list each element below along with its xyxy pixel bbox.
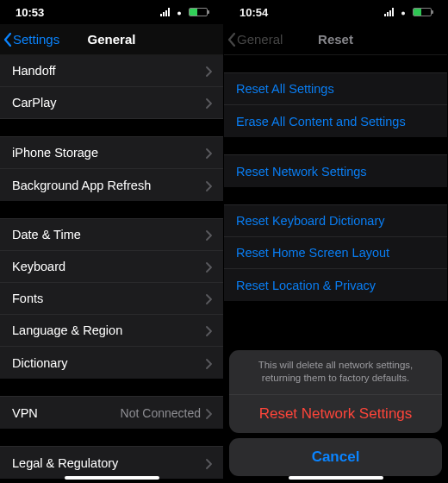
row-language-region[interactable]: Language & Region bbox=[0, 315, 223, 347]
row-label: VPN bbox=[12, 406, 121, 420]
chevron-right-icon bbox=[206, 408, 213, 418]
home-indicator[interactable] bbox=[289, 476, 383, 480]
settings-list: Handoff CarPlay iPhone Storage Backgroun… bbox=[0, 55, 223, 483]
row-carplay[interactable]: CarPlay bbox=[0, 87, 223, 119]
chevron-right-icon bbox=[206, 358, 213, 368]
battery-icon bbox=[189, 8, 208, 16]
row-fonts[interactable]: Fonts bbox=[0, 283, 223, 315]
row-label: Date & Time bbox=[12, 228, 206, 242]
nav-back-button[interactable]: Settings bbox=[0, 32, 59, 47]
cancel-button[interactable]: Cancel bbox=[229, 438, 442, 476]
action-sheet: This will delete all network settings, r… bbox=[229, 350, 442, 476]
home-indicator[interactable] bbox=[65, 476, 159, 480]
row-handoff[interactable]: Handoff bbox=[0, 55, 223, 87]
row-iphone-storage[interactable]: iPhone Storage bbox=[0, 137, 223, 169]
row-label: iPhone Storage bbox=[12, 146, 206, 160]
row-label: Keyboard bbox=[12, 260, 206, 273]
row-keyboard[interactable]: Keyboard bbox=[0, 251, 223, 283]
chevron-left-icon bbox=[3, 33, 11, 47]
chevron-right-icon bbox=[206, 147, 213, 158]
chevron-right-icon bbox=[206, 180, 213, 191]
row-label: CarPlay bbox=[12, 96, 206, 110]
row-label: Background App Refresh bbox=[12, 179, 206, 192]
row-value: Not Connected bbox=[121, 406, 201, 420]
status-time: 10:53 bbox=[16, 6, 44, 19]
row-label: Language & Region bbox=[12, 323, 206, 337]
chevron-right-icon bbox=[206, 325, 213, 336]
row-label: Dictionary bbox=[12, 356, 206, 370]
wifi-icon bbox=[173, 8, 185, 16]
row-label: Fonts bbox=[12, 292, 206, 305]
row-bg-refresh[interactable]: Background App Refresh bbox=[0, 169, 223, 201]
screen-reset: 10:54 General Reset Reset All Settings E… bbox=[224, 0, 448, 483]
screen-general: 10:53 Settings General Handoff CarPlay i… bbox=[0, 0, 224, 483]
chevron-right-icon bbox=[206, 293, 213, 304]
action-sheet-group: This will delete all network settings, r… bbox=[229, 350, 442, 433]
nav-bar: Settings General bbox=[0, 24, 223, 55]
signal-icon bbox=[160, 8, 170, 16]
status-bar: 10:53 bbox=[0, 0, 223, 24]
row-legal[interactable]: Legal & Regulatory bbox=[0, 447, 223, 479]
row-vpn[interactable]: VPN Not Connected bbox=[0, 397, 223, 429]
row-label: Legal & Regulatory bbox=[12, 456, 206, 470]
row-label: Handoff bbox=[12, 64, 206, 78]
nav-back-label: Settings bbox=[13, 32, 59, 47]
status-indicators bbox=[160, 8, 208, 16]
row-dictionary[interactable]: Dictionary bbox=[0, 347, 223, 379]
confirm-reset-button[interactable]: Reset Network Settings bbox=[229, 395, 442, 433]
action-sheet-cancel-group: Cancel bbox=[229, 438, 442, 476]
action-sheet-message: This will delete all network settings, r… bbox=[229, 350, 442, 395]
chevron-right-icon bbox=[206, 66, 213, 76]
chevron-right-icon bbox=[206, 97, 213, 108]
chevron-right-icon bbox=[206, 229, 213, 240]
chevron-right-icon bbox=[206, 261, 213, 272]
row-date-time[interactable]: Date & Time bbox=[0, 219, 223, 251]
chevron-right-icon bbox=[206, 458, 213, 468]
